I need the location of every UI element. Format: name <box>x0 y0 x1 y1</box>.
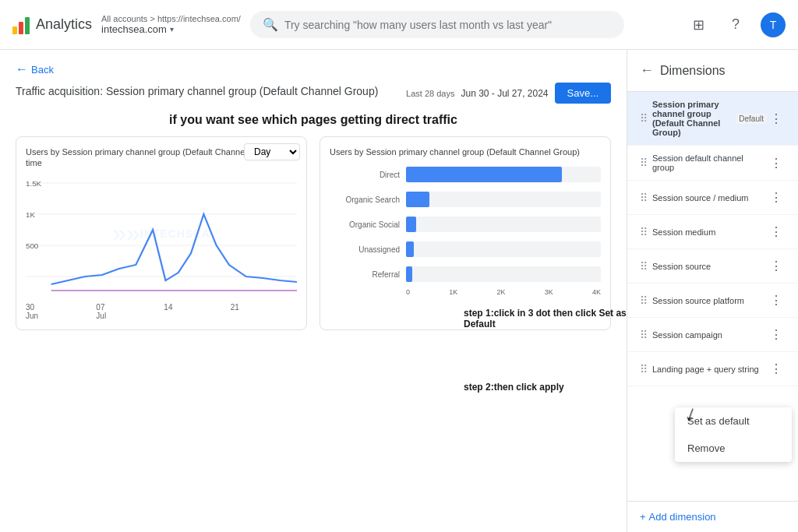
charts-row: Users by Session primary channel group (… <box>16 136 611 330</box>
dimension-name-session-medium: Session medium <box>652 227 767 237</box>
dimension-name-session-default: Session default channel group <box>652 153 767 172</box>
grid-icon[interactable]: ⊞ <box>686 12 711 37</box>
drag-icon-6: ⠿ <box>640 294 648 307</box>
dimension-name-session-primary: Session primary channel group (Default C… <box>652 100 728 137</box>
x-bar-label-4k: 4K <box>592 288 601 296</box>
bar-row-organic-search: Organic Search <box>330 192 601 207</box>
dimension-item-session-campaign[interactable]: ⠿ Session campaign ⋮ <box>627 318 798 352</box>
three-dot-icon-8[interactable]: ⋮ <box>767 360 786 378</box>
dimension-name-session-source-medium: Session source / medium <box>652 193 767 203</box>
x-axis-bar: 0 1K 2K 3K 4K <box>330 288 601 296</box>
date-range-text: Jun 30 - Jul 27, 2024 <box>461 88 548 99</box>
x-label-2: 07Jul <box>96 303 106 320</box>
search-bar[interactable]: 🔍 <box>250 11 624 38</box>
dimension-item-session-source[interactable]: ⠿ Session source ⋮ <box>627 249 798 284</box>
drag-icon-2: ⠿ <box>640 157 648 169</box>
x-bar-label-0: 0 <box>406 288 410 296</box>
line-chart-container: Users by Session primary channel group (… <box>16 136 307 330</box>
bar-track-direct <box>406 167 601 182</box>
last-days-label: Last 28 days <box>406 89 454 98</box>
bar-chart-container: Users by Session primary channel group (… <box>320 136 611 330</box>
line-chart: 1.5K 1K 500 <box>26 175 297 300</box>
add-dimension-label: Add dimension <box>649 511 716 523</box>
bar-label-direct: Direct <box>330 171 400 179</box>
three-dot-icon-4[interactable]: ⋮ <box>767 223 786 241</box>
dimension-item-left-2: ⠿ Session default channel group <box>640 153 767 172</box>
date-range-bar: Traffic acquisition: Session primary cha… <box>16 83 611 104</box>
nav-icons: ⊞ ? T <box>686 12 786 37</box>
bar-fill-organic-social <box>406 217 416 232</box>
dimension-item-session-medium[interactable]: ⠿ Session medium ⋮ <box>627 215 798 249</box>
drag-icon-4: ⠿ <box>640 226 648 238</box>
svg-text:1.5K: 1.5K <box>26 179 42 188</box>
dimension-item-session-source-platform[interactable]: ⠿ Session source platform ⋮ <box>627 284 798 318</box>
bar-track-organic-search <box>406 192 601 207</box>
dimension-name-session-campaign: Session campaign <box>652 330 767 340</box>
three-dot-icon-3[interactable]: ⋮ <box>767 188 786 206</box>
bar-row-unassigned: Unassigned <box>330 241 601 257</box>
back-button[interactable]: ← Back <box>16 62 611 76</box>
breadcrumb-bottom[interactable]: intechsea.com ▾ <box>101 23 241 35</box>
x-axis-labels: 30Jun 07Jul 14 21 <box>26 303 297 320</box>
breadcrumb-top: All accounts > https://intechsea.com/ <box>101 14 241 23</box>
account-name: intechsea.com <box>101 23 167 35</box>
search-icon: 🔍 <box>263 17 278 32</box>
drag-icon-8: ⠿ <box>640 363 648 375</box>
bar-fill-organic-search <box>406 192 429 207</box>
right-panel: ← Dimensions ⠿ Session primary channel g… <box>627 50 798 532</box>
breadcrumb: All accounts > https://intechsea.com/ in… <box>101 14 241 35</box>
dimension-item-left-7: ⠿ Session campaign <box>640 329 767 341</box>
bar-rows: Direct Organic Search Organic Social <box>330 167 601 282</box>
search-input[interactable] <box>284 19 612 31</box>
bar-label-organic-search: Organic Search <box>330 196 400 204</box>
annotation-text: if you want see which pages getting dire… <box>16 113 611 127</box>
dimension-item-session-source-medium[interactable]: ⠿ Session source / medium ⋮ <box>627 181 798 215</box>
drag-icon-5: ⠿ <box>640 260 648 273</box>
bar-row-organic-social: Organic Social <box>330 217 601 232</box>
bar-row-referral: Referral <box>330 266 601 282</box>
drag-icon-7: ⠿ <box>640 329 648 341</box>
avatar[interactable]: T <box>761 12 786 37</box>
three-dot-icon-2[interactable]: ⋮ <box>767 154 786 172</box>
x-label-4: 21 <box>231 303 239 320</box>
bar-label-unassigned: Unassigned <box>330 245 400 254</box>
dimensions-title: Dimensions <box>660 64 726 78</box>
three-dot-icon-1[interactable]: ⋮ <box>767 110 786 128</box>
bar-fill-direct <box>406 167 562 182</box>
page-title: Traffic acquisition: Session primary cha… <box>16 84 378 98</box>
dimension-item-landing-page[interactable]: ⠿ Landing page + query string ⋮ <box>627 352 798 386</box>
save-button[interactable]: Save... <box>555 83 611 104</box>
bar-row-direct: Direct <box>330 167 601 182</box>
context-menu: Set as default Remove <box>675 407 792 462</box>
dimension-item-left-8: ⠿ Landing page + query string <box>640 363 767 375</box>
bar-label-organic-social: Organic Social <box>330 220 400 229</box>
dimension-item-left-5: ⠿ Session source <box>640 260 767 273</box>
three-dot-icon-5[interactable]: ⋮ <box>767 257 786 275</box>
x-bar-label-1k: 1K <box>449 288 457 296</box>
help-icon[interactable]: ? <box>723 12 748 37</box>
dimension-item-session-primary[interactable]: ⠿ Session primary channel group (Default… <box>627 92 798 146</box>
plus-icon: + <box>640 511 646 523</box>
dimensions-back-icon[interactable]: ← <box>640 62 654 79</box>
back-arrow-icon: ← <box>16 62 28 76</box>
svg-text:1K: 1K <box>26 210 36 219</box>
context-menu-remove[interactable]: Remove <box>675 435 792 462</box>
dimension-item-left-4: ⠿ Session medium <box>640 226 767 238</box>
dimension-item-left-3: ⠿ Session source / medium <box>640 192 767 204</box>
add-dimension-button[interactable]: + Add dimension <box>627 501 798 532</box>
svg-text:500: 500 <box>26 241 38 250</box>
dimension-badge-default: Default <box>736 114 767 124</box>
three-dot-icon-6[interactable]: ⋮ <box>767 291 786 309</box>
x-label-1: 30Jun <box>26 303 38 320</box>
day-select[interactable]: Day Week Month <box>244 143 300 160</box>
context-menu-set-default[interactable]: Set as default <box>675 407 792 435</box>
left-panel: ← Back Traffic acquisition: Session prim… <box>0 50 627 532</box>
x-bar-label-2k: 2K <box>496 288 505 296</box>
three-dot-icon-7[interactable]: ⋮ <box>767 326 786 344</box>
x-bar-label-3k: 3K <box>545 288 553 296</box>
bar-label-referral: Referral <box>330 270 400 279</box>
dimension-item-session-default[interactable]: ⠿ Session default channel group ⋮ <box>627 146 798 181</box>
dimension-item-left: ⠿ Session primary channel group (Default… <box>640 100 767 137</box>
date-info: Last 28 days Jun 30 - Jul 27, 2024 Save.… <box>406 83 611 104</box>
dimension-name-session-source-platform: Session source platform <box>652 296 767 305</box>
